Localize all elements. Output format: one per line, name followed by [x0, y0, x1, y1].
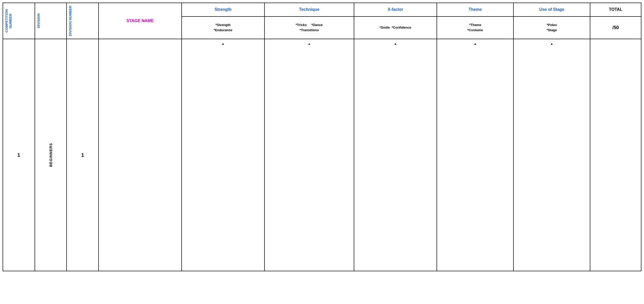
total-cell: [590, 39, 641, 271]
xfactor-cell: •: [354, 39, 437, 271]
col-technique-header: Technique: [264, 3, 354, 17]
col-strength-header: Strength: [182, 3, 265, 17]
col-division: DIVISION: [35, 3, 67, 39]
competition-number-cell: 1: [3, 39, 35, 271]
division-number-cell: 1: [67, 39, 99, 271]
col-usestage-sub: *Poles*Stage: [513, 17, 590, 39]
col-division-number: DIVISION NUMBER: [67, 3, 99, 39]
col-xfactor-header: X-factor: [354, 3, 437, 17]
col-usestage-header: Use of Stage: [513, 3, 590, 17]
division-cell: BEGINNERS: [35, 39, 67, 271]
col-total-header: TOTAL: [590, 3, 641, 17]
col-total-sub: /50: [590, 17, 641, 39]
usestage-cell: •: [513, 39, 590, 271]
col-theme-sub: *Theme*Costume: [437, 17, 513, 39]
theme-cell: •: [437, 39, 513, 271]
col-technique-sub: *Tricks *Dance*Transitions: [264, 17, 354, 39]
strength-cell: •: [182, 39, 265, 271]
table-row: 1 BEGINNERS 1 • • • • •: [3, 39, 641, 271]
col-competition-number: COMPETITION NUMBER: [3, 3, 35, 39]
col-xfactor-sub: *Smile *Confidence: [354, 17, 437, 39]
scoring-table: COMPETITION NUMBER DIVISION DIVISION NUM…: [3, 3, 641, 271]
col-strength-sub: *Strength*Endurance: [182, 17, 265, 39]
stage-name-cell: [99, 39, 182, 271]
header-row-top: COMPETITION NUMBER DIVISION DIVISION NUM…: [3, 3, 641, 17]
col-stage-name: STAGE NAME: [99, 3, 182, 39]
col-theme-header: Theme: [437, 3, 513, 17]
technique-cell: •: [264, 39, 354, 271]
